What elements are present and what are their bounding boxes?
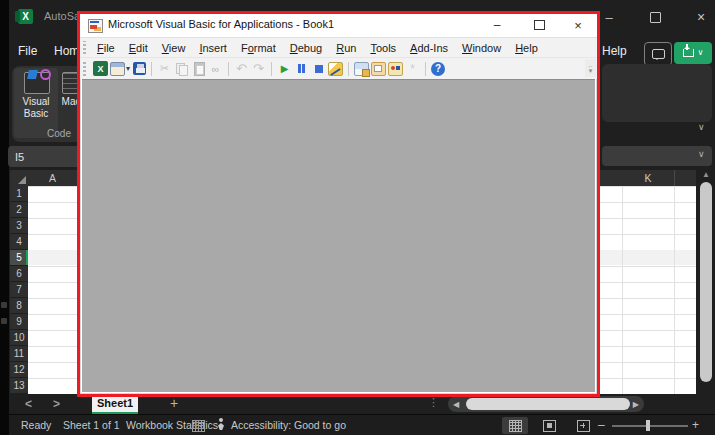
previous-sheet-icon[interactable]: < [25, 397, 32, 411]
view-normal-button[interactable] [502, 417, 528, 434]
status-bar: Ready Sheet 1 of 1 Workbook Statistics A… [9, 414, 715, 435]
row-header-6[interactable]: 6 [10, 266, 28, 282]
row-header-3[interactable]: 3 [10, 218, 28, 234]
status-ready[interactable]: Ready [21, 419, 51, 431]
vba-menu-run[interactable]: Run [329, 42, 363, 54]
ribbon-empty-area [602, 64, 712, 122]
toolbar-grip[interactable] [83, 61, 86, 76]
scroll-up-icon[interactable]: ▲ [698, 170, 714, 179]
row-header-10[interactable]: 10 [10, 330, 28, 346]
vba-maximize-button[interactable] [530, 16, 548, 34]
vba-window: Microsoft Visual Basic for Applications … [77, 11, 600, 397]
formula-bar-expand-chevron-icon[interactable]: ∨ [698, 149, 705, 159]
vba-minimize-button[interactable]: – [488, 16, 506, 34]
vba-menu-format[interactable]: Format [234, 42, 283, 54]
vba-menu-edit[interactable]: Edit [122, 42, 155, 54]
toolbar-overflow-button[interactable]: ∙∙ ▾ [585, 59, 596, 77]
vertical-scrollbar[interactable]: ▲ [698, 170, 714, 394]
select-all-corner[interactable] [10, 170, 28, 186]
grid-cells-column-a[interactable] [28, 186, 77, 394]
run-macro-icon[interactable]: ▶ [277, 61, 292, 76]
sheet-tab-sheet1[interactable]: Sheet1 [92, 394, 138, 414]
zoom-slider-handle[interactable] [646, 420, 650, 431]
vba-menu-tools[interactable]: Tools [363, 42, 403, 54]
object-browser-icon[interactable] [388, 62, 403, 76]
vba-menu-view[interactable]: View [155, 42, 193, 54]
zoom-slider-track[interactable] [612, 425, 688, 427]
insert-object-dropdown-icon[interactable]: ▾ [126, 64, 130, 73]
vba-menubar: FileEditViewInsertFormatDebugRunToolsAdd… [80, 37, 597, 57]
vba-title-bar[interactable]: Microsoft Visual Basic for Applications … [80, 14, 597, 37]
reset-icon[interactable] [311, 61, 326, 76]
row-header-2[interactable]: 2 [10, 202, 28, 218]
view-page-layout-button[interactable] [536, 417, 562, 434]
share-button[interactable]: ∨ [674, 42, 712, 64]
vba-mdi-client-area[interactable] [82, 79, 595, 392]
tab-help[interactable]: Help [602, 44, 627, 58]
visual-basic-label: Visual Basic [14, 96, 58, 120]
vba-menu-file[interactable]: File [90, 42, 122, 54]
overflow-chevron-icon: ▾ [589, 68, 593, 73]
grid-cells-right[interactable] [600, 186, 696, 394]
scroll-right-icon[interactable]: ▶ [633, 400, 639, 409]
vba-app-icon [88, 19, 103, 33]
formula-bar[interactable] [602, 146, 712, 166]
scroll-left-icon[interactable]: ◀ [453, 400, 459, 409]
row-header-13[interactable]: 13 [10, 378, 28, 394]
tab-file[interactable]: File [18, 44, 37, 58]
project-explorer-icon[interactable] [354, 62, 369, 76]
excel-minimize-button[interactable]: – [600, 8, 618, 26]
row-header-5[interactable]: 5 [10, 250, 28, 266]
add-sheet-icon[interactable]: + [170, 395, 178, 411]
vba-toolbar-icons: X▾✂∞↶↷▶*? [92, 61, 446, 76]
toolbar-separator [151, 62, 152, 76]
vba-window-title: Microsoft Visual Basic for Applications … [108, 18, 334, 30]
insert-userform-icon[interactable] [110, 62, 125, 76]
vba-menu-insert[interactable]: Insert [192, 42, 234, 54]
code-group-label: Code [40, 128, 78, 139]
background-window-edge [0, 0, 9, 435]
row-header-12[interactable]: 12 [10, 362, 28, 378]
column-header-k[interactable]: K [622, 170, 674, 186]
horizontal-scrollbar[interactable]: ◀ ▶ [448, 396, 644, 412]
zoom-out-icon[interactable]: – [598, 418, 605, 432]
menubar-grip[interactable] [83, 41, 86, 54]
row-header-8[interactable]: 8 [10, 298, 28, 314]
row-header-9[interactable]: 9 [10, 314, 28, 330]
row-header-4[interactable]: 4 [10, 234, 28, 250]
collapse-ribbon-chevron-icon[interactable]: ∨ [698, 122, 705, 132]
save-icon[interactable] [133, 62, 146, 75]
view-microsoft-excel-icon[interactable]: X [93, 61, 108, 76]
kebab-handle-icon[interactable]: ⋮ [428, 396, 439, 409]
zoom-in-icon[interactable]: + [692, 418, 699, 432]
excel-maximize-button[interactable] [646, 8, 664, 26]
column-header-a[interactable]: A [28, 170, 77, 186]
next-sheet-icon[interactable]: > [53, 397, 60, 411]
view-page-break-button[interactable] [570, 417, 596, 434]
selected-row-tint [28, 250, 77, 265]
page-layout-icon [543, 420, 556, 432]
help-icon[interactable]: ? [431, 62, 445, 76]
vertical-scrollbar-thumb[interactable] [700, 182, 712, 382]
excel-close-button[interactable]: × [692, 8, 710, 26]
vba-menu-addins[interactable]: Add-Ins [403, 42, 455, 54]
workbook-statistics-icon[interactable] [192, 420, 205, 432]
horizontal-scrollbar-thumb[interactable] [466, 398, 630, 410]
row-header-1[interactable]: 1 [10, 186, 28, 202]
vba-menu-help[interactable]: Help [508, 42, 545, 54]
normal-view-icon [509, 420, 522, 432]
row-header-11[interactable]: 11 [10, 346, 28, 362]
vba-menu-debug[interactable]: Debug [283, 42, 329, 54]
comments-button[interactable] [644, 42, 672, 66]
break-icon[interactable] [294, 61, 309, 76]
excel-app-icon[interactable]: X [18, 9, 33, 24]
toolbar-separator [271, 62, 272, 76]
copy-icon [174, 61, 189, 76]
properties-window-icon[interactable] [371, 62, 386, 76]
row-header-7[interactable]: 7 [10, 282, 28, 298]
design-mode-icon[interactable] [328, 62, 343, 76]
status-accessibility[interactable]: Accessibility: Good to go [231, 419, 346, 431]
vba-menu-window[interactable]: Window [455, 42, 508, 54]
accessibility-icon[interactable] [216, 418, 226, 431]
vba-close-button[interactable]: × [569, 16, 587, 34]
